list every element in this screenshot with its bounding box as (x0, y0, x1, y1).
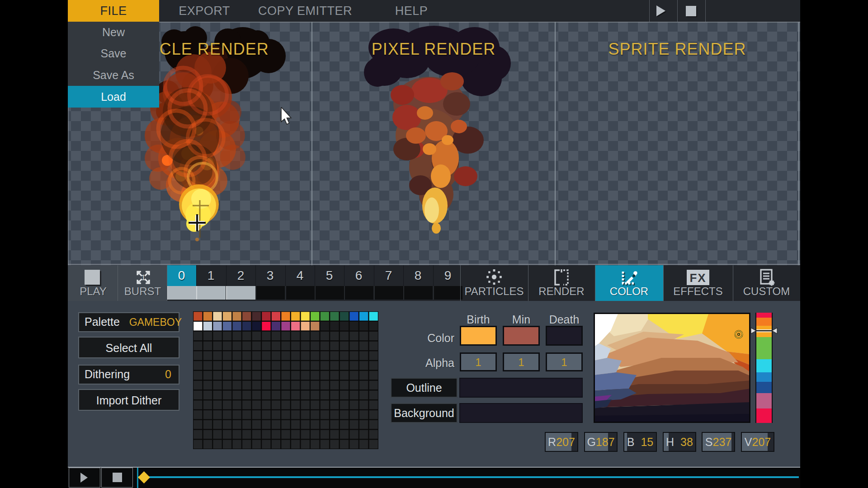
svg-text:1: 1 (142, 274, 146, 282)
svg-text:FX: FX (689, 271, 706, 285)
